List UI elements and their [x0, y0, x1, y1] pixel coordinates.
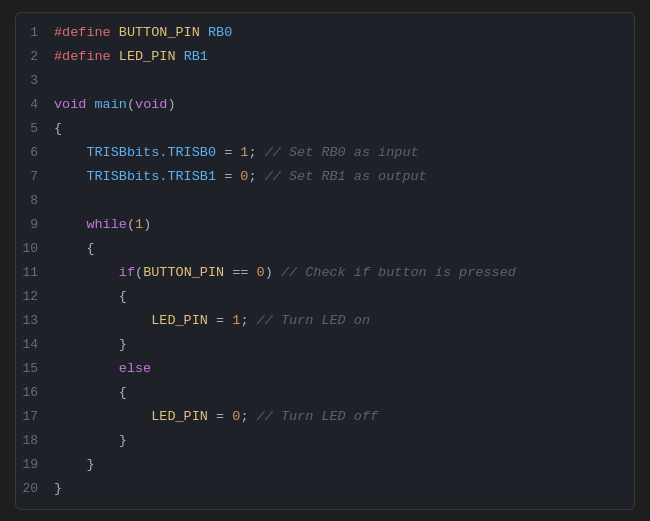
line-number: 4 — [16, 94, 54, 116]
line-number: 6 — [16, 142, 54, 164]
line-content: } — [54, 334, 634, 356]
line-number: 16 — [16, 382, 54, 404]
line-content: if(BUTTON_PIN == 0) // Check if button i… — [54, 262, 634, 284]
line-number: 1 — [16, 22, 54, 44]
line-number: 7 — [16, 166, 54, 188]
code-line: 1#define BUTTON_PIN RB0 — [16, 21, 634, 45]
token-define-val: RB1 — [184, 49, 208, 64]
token-kw-macro: LED_PIN — [151, 409, 208, 424]
code-line: 14 } — [16, 333, 634, 357]
code-line: 20} — [16, 477, 634, 501]
line-number: 9 — [16, 214, 54, 236]
token-punct: ( — [135, 265, 143, 280]
token-plain — [54, 361, 119, 376]
token-kw-void: void — [54, 97, 95, 112]
token-kw-void: if — [119, 265, 135, 280]
token-punct: ) — [265, 265, 273, 280]
line-content: LED_PIN = 0; // Turn LED off — [54, 406, 634, 428]
line-number: 11 — [16, 262, 54, 284]
token-punct: { — [86, 241, 94, 256]
token-punct: { — [54, 121, 62, 136]
code-line: 9 while(1) — [16, 213, 634, 237]
line-number: 3 — [16, 70, 54, 92]
token-plain — [257, 169, 265, 184]
token-fn-name: main — [95, 97, 127, 112]
line-number: 17 — [16, 406, 54, 428]
token-punct: ) — [143, 217, 151, 232]
token-op: = — [216, 409, 224, 424]
token-punct: ( — [127, 217, 135, 232]
token-punct: { — [119, 289, 127, 304]
token-kw-tris: TRISBbits.TRISB1 — [86, 169, 216, 184]
line-number: 10 — [16, 238, 54, 260]
code-line: 6 TRISBbits.TRISB0 = 1; // Set RB0 as in… — [16, 141, 634, 165]
token-kw-tris: TRISBbits.TRISB0 — [86, 145, 216, 160]
token-plain — [248, 313, 256, 328]
token-define-name: BUTTON_PIN — [119, 25, 208, 40]
token-op: == — [232, 265, 248, 280]
line-content: void main(void) — [54, 94, 634, 116]
token-plain — [248, 409, 256, 424]
token-punct: } — [119, 433, 127, 448]
token-punct: { — [119, 385, 127, 400]
line-content: { — [54, 238, 634, 260]
token-define-name: LED_PIN — [119, 49, 184, 64]
line-number: 8 — [16, 190, 54, 212]
token-op: = — [216, 313, 224, 328]
code-line: 5{ — [16, 117, 634, 141]
token-comment: // Turn LED on — [257, 313, 370, 328]
token-kw-define: #define — [54, 25, 119, 40]
token-plain — [208, 409, 216, 424]
token-comment: // Turn LED off — [257, 409, 379, 424]
code-editor: 1#define BUTTON_PIN RB02#define LED_PIN … — [15, 12, 635, 510]
code-line: 19 } — [16, 453, 634, 477]
line-content: { — [54, 382, 634, 404]
line-number: 12 — [16, 286, 54, 308]
line-content: { — [54, 118, 634, 140]
token-plain — [54, 169, 86, 184]
token-punct: ; — [248, 169, 256, 184]
code-line: 12 { — [16, 285, 634, 309]
token-kw-void: void — [135, 97, 167, 112]
token-plain — [54, 433, 119, 448]
code-line: 13 LED_PIN = 1; // Turn LED on — [16, 309, 634, 333]
code-line: 4void main(void) — [16, 93, 634, 117]
token-plain — [54, 385, 119, 400]
line-number: 20 — [16, 478, 54, 500]
token-punct: } — [86, 457, 94, 472]
line-content: } — [54, 430, 634, 452]
token-punct: ) — [167, 97, 175, 112]
token-plain — [273, 265, 281, 280]
token-num: 1 — [135, 217, 143, 232]
code-line: 7 TRISBbits.TRISB1 = 0; // Set RB1 as ou… — [16, 165, 634, 189]
line-number: 18 — [16, 430, 54, 452]
line-content: TRISBbits.TRISB1 = 0; // Set RB1 as outp… — [54, 166, 634, 188]
token-kw-macro: BUTTON_PIN — [143, 265, 224, 280]
code-line: 17 LED_PIN = 0; // Turn LED off — [16, 405, 634, 429]
line-number: 13 — [16, 310, 54, 332]
line-content: while(1) — [54, 214, 634, 236]
token-punct: } — [119, 337, 127, 352]
code-line: 2#define LED_PIN RB1 — [16, 45, 634, 69]
token-plain — [54, 409, 151, 424]
code-line: 16 { — [16, 381, 634, 405]
token-plain — [257, 145, 265, 160]
line-content: } — [54, 454, 634, 476]
token-comment: // Set RB0 as input — [265, 145, 419, 160]
token-comment: // Check if button is pressed — [281, 265, 516, 280]
token-comment: // Set RB1 as output — [265, 169, 427, 184]
token-plain — [54, 217, 86, 232]
line-number: 15 — [16, 358, 54, 380]
token-kw-define: #define — [54, 49, 119, 64]
token-plain — [54, 457, 86, 472]
token-punct: } — [54, 481, 62, 496]
code-line: 8 — [16, 189, 634, 213]
code-line: 11 if(BUTTON_PIN == 0) // Check if butto… — [16, 261, 634, 285]
token-plain — [54, 313, 151, 328]
token-num: 0 — [257, 265, 265, 280]
token-kw-macro: LED_PIN — [151, 313, 208, 328]
token-plain — [54, 265, 119, 280]
token-plain — [208, 313, 216, 328]
token-punct: ; — [248, 145, 256, 160]
token-plain — [216, 169, 224, 184]
